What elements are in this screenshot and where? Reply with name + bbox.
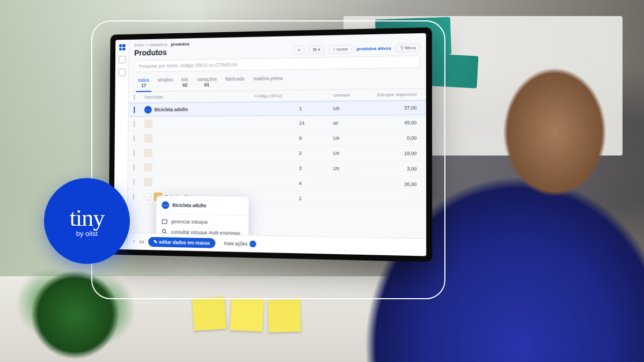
- tab-count: 17: [138, 83, 150, 88]
- cell-unit: [333, 183, 373, 184]
- tab-label: fabricado: [225, 76, 245, 82]
- tab-todos[interactable]: todos 17: [134, 75, 153, 92]
- cell-qty: 4: [299, 181, 333, 187]
- filters-button[interactable]: ▽ filtros: [396, 43, 420, 53]
- cell-unit: Un: [333, 151, 374, 157]
- app-logo-icon[interactable]: [119, 44, 125, 50]
- svg-rect-0: [162, 220, 167, 224]
- col-qty: [299, 93, 333, 98]
- product-thumb: [144, 134, 153, 143]
- app-screen: início > cadastros produtos Produtos ≡ ⊞…: [114, 33, 426, 256]
- tab-label: todos: [138, 77, 150, 83]
- cell-unit: Un: [333, 105, 374, 111]
- sort-label: nome: [336, 46, 348, 51]
- monitor-frame: início > cadastros produtos Produtos ≡ ⊞…: [108, 27, 432, 262]
- product-thumb: [144, 178, 152, 186]
- sidebar-item[interactable]: [118, 56, 126, 63]
- tab-label: kits: [181, 77, 188, 82]
- tab-kits[interactable]: kits 02: [177, 75, 193, 91]
- tab-label: simples: [158, 77, 173, 83]
- cell-qty: 9: [299, 135, 333, 141]
- product-table: ⋯ Bicicleta adulto 1 Un 37,00 14 un: [128, 100, 426, 238]
- view-toggle[interactable]: ≡: [294, 46, 305, 54]
- cell-unit: un: [333, 120, 374, 126]
- grid-toggle[interactable]: ⊞ ▾: [309, 45, 325, 54]
- filters-label: filtros: [405, 45, 416, 50]
- selection-count: 03: [139, 239, 144, 244]
- col-desc[interactable]: Descrição: [144, 93, 254, 99]
- brand-logo-badge: tiny by olist: [44, 178, 130, 264]
- cell-stock: 3,00: [374, 166, 420, 172]
- cell-unit: Un: [333, 166, 374, 172]
- row-checkbox[interactable]: [134, 107, 135, 113]
- cell-qty: 14: [299, 120, 333, 126]
- select-all-checkbox[interactable]: [134, 94, 135, 100]
- sidebar-item[interactable]: [118, 69, 126, 76]
- tab-count: 01: [197, 82, 217, 88]
- more-actions-button[interactable]: mais ações ⋯: [219, 238, 260, 249]
- cell-stock: 49,00: [374, 120, 420, 125]
- brand-name: tiny: [70, 204, 104, 232]
- cell-stock: 19,00: [374, 151, 420, 157]
- table-row[interactable]: ⋯ Bicicleta adulto 1 Un 37,00: [128, 100, 426, 117]
- bulk-edit-button[interactable]: ✎ editar dados em massa: [148, 237, 215, 248]
- row-context-menu: ⋯ Bicicleta adulto gerenciar estoque con…: [156, 196, 248, 238]
- page-title: Produtos: [134, 48, 167, 57]
- row-actions-button[interactable]: ⋯: [144, 193, 151, 201]
- tab-simples[interactable]: simples: [153, 75, 178, 92]
- search-placeholder: Pesquise por nome, código (SKU) ou GTIN/…: [139, 62, 237, 69]
- table-row[interactable]: 2 Un 19,00: [128, 146, 426, 161]
- table-row[interactable]: 9 Un 0,00: [128, 130, 426, 146]
- col-stock[interactable]: Estoque disponível: [374, 92, 420, 97]
- context-header-icon: ⋯: [162, 201, 169, 209]
- breadcrumb-home[interactable]: início: [134, 42, 144, 47]
- cell-qty: 3: [299, 166, 333, 172]
- context-menu-title: Bicicleta adulto: [172, 203, 206, 209]
- cell-qty: 2: [299, 150, 333, 156]
- tab-variacoes[interactable]: variações 01: [193, 74, 221, 91]
- table-row[interactable]: 14 un 49,00: [128, 115, 426, 131]
- tab-label: matéria-prima: [253, 76, 282, 82]
- more-actions-label: mais ações: [224, 241, 247, 247]
- cell-qty: 1: [299, 196, 333, 202]
- breadcrumb-section[interactable]: cadastros: [149, 42, 167, 47]
- sort-button[interactable]: ↕ nome: [329, 45, 352, 53]
- table-row[interactable]: 3 Un 3,00: [128, 160, 426, 177]
- row-checkbox[interactable]: [134, 150, 135, 156]
- sticky-note: [230, 298, 264, 331]
- product-thumb: [144, 149, 152, 157]
- tab-materia-prima[interactable]: matéria-prima: [249, 73, 287, 91]
- selection-indicator: ↑: [133, 239, 135, 244]
- row-actions-button[interactable]: ⋯: [144, 106, 152, 113]
- row-checkbox[interactable]: [134, 135, 135, 142]
- row-checkbox[interactable]: [134, 121, 135, 127]
- tab-label: variações: [197, 77, 217, 83]
- tab-fabricado[interactable]: fabricado: [221, 74, 249, 91]
- cell-unit: Un: [333, 135, 374, 141]
- bulk-edit-label: editar dados em massa: [159, 239, 209, 246]
- row-checkbox[interactable]: [133, 179, 134, 185]
- brand-byline: by olist: [76, 230, 98, 238]
- row-checkbox[interactable]: [133, 164, 134, 171]
- cell-stock: 0,00: [374, 135, 420, 141]
- more-icon: ⋯: [249, 241, 255, 248]
- row-checkbox[interactable]: [133, 194, 134, 200]
- col-sku[interactable]: Código (SKU): [254, 93, 299, 99]
- ctx-label: gerenciar estoque: [171, 219, 208, 225]
- svg-point-1: [162, 230, 165, 233]
- cell-sku: [254, 109, 299, 109]
- tab-count: 02: [181, 82, 188, 87]
- product-thumb: [144, 163, 152, 172]
- sticky-note: [192, 297, 226, 331]
- cell-stock: 37,00: [374, 105, 420, 111]
- col-unit[interactable]: Unidade: [333, 92, 374, 98]
- product-thumb: [144, 120, 153, 128]
- breadcrumb-current: produtos: [171, 42, 189, 47]
- product-name: Bicicleta adulto: [155, 107, 188, 113]
- cell-qty: 1: [299, 106, 333, 112]
- cell-stock: 26,00: [374, 181, 420, 187]
- sticky-note: [268, 299, 301, 333]
- status-filter-link[interactable]: produtos ativos: [356, 46, 391, 51]
- box-icon: [162, 218, 167, 224]
